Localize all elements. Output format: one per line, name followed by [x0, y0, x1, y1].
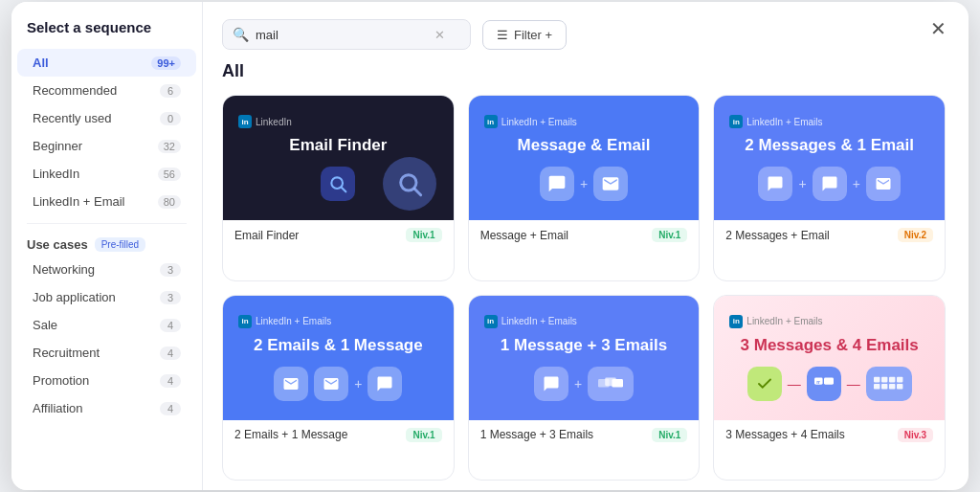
sidebar-item-linkedin-email[interactable]: LinkedIn + Email 80 — [17, 188, 196, 215]
card-title: 3 Messages & 4 Emails — [741, 336, 919, 355]
email-icon-box — [866, 167, 901, 201]
sidebar-item-badge: 99+ — [151, 56, 181, 70]
sidebar-item-badge: 3 — [160, 291, 181, 304]
card-icons-row: + — [534, 367, 634, 401]
sidebar-item-badge: 4 — [160, 347, 181, 360]
plus-sign: + — [574, 376, 582, 391]
card-email-finder[interactable]: in LinkedIn Email Finder — [222, 95, 455, 281]
messages-icon-box: rr — [807, 367, 841, 401]
card-visual: in LinkedIn Email Finder — [223, 96, 454, 220]
message-icon-box — [534, 367, 568, 401]
sidebar-item-label: Recommended — [33, 83, 117, 98]
close-button[interactable]: ✕ — [924, 15, 951, 42]
card-message-email[interactable]: in LinkedIn + Emails Message & Email + — [468, 95, 701, 281]
sidebar-item-label: Beginner — [33, 139, 82, 153]
sidebar-item-label: All — [33, 56, 49, 70]
card-footer: 1 Message + 3 Emails Niv.1 — [469, 420, 700, 450]
email-icon-box-2 — [314, 367, 348, 401]
card-visual: in LinkedIn + Emails 1 Message + 3 Email… — [469, 296, 700, 420]
card-platform-tag: in LinkedIn — [238, 115, 292, 128]
sidebar-item-networking[interactable]: Networking 3 — [17, 256, 196, 283]
card-2messages-1email[interactable]: in LinkedIn + Emails 2 Messages & 1 Emai… — [713, 95, 946, 281]
card-2emails-1message[interactable]: in LinkedIn + Emails 2 Emails & 1 Messag… — [222, 295, 455, 481]
svg-rect-10 — [874, 376, 880, 382]
linkedin-icon: in — [484, 115, 498, 128]
sidebar-item-label: Networking — [33, 262, 95, 277]
card-name: 3 Messages + 4 Emails — [725, 428, 844, 441]
bg-search-circle — [383, 157, 436, 211]
niv-badge: Niv.2 — [898, 228, 933, 242]
filter-label: Filter + — [514, 28, 552, 42]
section-title: All — [222, 61, 949, 81]
card-platform-tag: in LinkedIn + Emails — [484, 315, 577, 328]
sidebar-item-promotion[interactable]: Promotion 4 — [17, 367, 196, 394]
card-platform-tag: in LinkedIn + Emails — [729, 315, 822, 328]
svg-text:rr: rr — [816, 379, 820, 385]
clear-icon[interactable]: ✕ — [434, 28, 445, 42]
sidebar-item-badge: 0 — [160, 112, 181, 125]
use-cases-header: Use cases Pre-filled — [11, 232, 202, 256]
search-input[interactable] — [256, 28, 428, 42]
sidebar-item-label: LinkedIn — [33, 167, 79, 181]
sidebar-item-badge: 56 — [158, 168, 181, 181]
sidebar-item-badge: 32 — [158, 140, 181, 153]
email-icon-box-1 — [274, 367, 308, 401]
card-visual: in LinkedIn + Emails 3 Messages & 4 Emai… — [714, 296, 945, 420]
sidebar-item-recommended[interactable]: Recommended 6 — [17, 77, 196, 104]
sidebar-item-badge: 80 — [158, 195, 181, 209]
sidebar-item-badge: 4 — [160, 402, 181, 415]
svg-rect-13 — [897, 376, 902, 382]
card-platform-tag: in LinkedIn + Emails — [729, 115, 822, 128]
sidebar-item-label: Affiliation — [33, 401, 83, 415]
sidebar-item-label: LinkedIn + Email — [33, 194, 124, 209]
card-title: 2 Emails & 1 Message — [254, 336, 423, 355]
niv-badge: Niv.1 — [406, 228, 441, 242]
sidebar-item-sale[interactable]: Sale 4 — [17, 311, 196, 339]
card-1message-3emails[interactable]: in LinkedIn + Emails 1 Message + 3 Email… — [468, 295, 701, 481]
search-row: 🔍 ✕ ☰ Filter + — [222, 19, 949, 50]
plus-sign: + — [580, 176, 588, 191]
sidebar-item-affiliation[interactable]: Affiliation 4 — [17, 394, 196, 422]
card-title: Email Finder — [289, 136, 387, 155]
sidebar-item-label: Promotion — [33, 373, 89, 388]
sidebar-item-linkedin[interactable]: LinkedIn 56 — [17, 160, 196, 188]
linkedin-icon: in — [729, 315, 743, 328]
card-name: Message + Email — [480, 229, 568, 242]
card-name: 2 Emails + 1 Message — [234, 428, 347, 441]
plus-sign: + — [798, 176, 806, 191]
linkedin-icon: in — [729, 115, 743, 128]
dash-sign: — — [788, 376, 801, 391]
message-icon-box — [540, 167, 574, 201]
sidebar-item-badge: 4 — [160, 319, 181, 332]
filter-button[interactable]: ☰ Filter + — [482, 20, 567, 50]
niv-badge: Niv.1 — [652, 228, 687, 242]
dash-sign-2: — — [847, 376, 860, 391]
card-platform-tag: in LinkedIn + Emails — [484, 115, 577, 128]
message-icon-box — [758, 167, 792, 201]
sidebar-item-badge: 6 — [160, 84, 181, 98]
emails-stacked-box — [588, 367, 634, 401]
svg-rect-14 — [874, 384, 880, 390]
sidebar-item-all[interactable]: All 99+ — [17, 49, 196, 77]
linkedin-icon: in — [238, 115, 252, 128]
card-3messages-4emails[interactable]: in LinkedIn + Emails 3 Messages & 4 Emai… — [713, 295, 946, 481]
plus-sign-2: + — [853, 176, 860, 191]
card-visual: in LinkedIn + Emails Message & Email + — [469, 96, 700, 220]
card-footer: 3 Messages + 4 Emails Niv.3 — [714, 420, 945, 450]
svg-rect-16 — [889, 384, 895, 390]
sidebar-item-label: Recently used — [33, 111, 111, 125]
card-icons-row: + — [540, 167, 628, 201]
search-box-icon — [321, 167, 355, 201]
card-name: 1 Message + 3 Emails — [480, 428, 593, 441]
sidebar-item-recently-used[interactable]: Recently used 0 — [17, 104, 196, 132]
card-icons-row — [321, 167, 355, 201]
card-title: Message & Email — [518, 136, 651, 155]
select-sequence-modal: ✕ Select a sequence All 99+ Recommended … — [11, 2, 969, 490]
linkedin-icon: in — [484, 315, 498, 328]
sidebar-item-beginner[interactable]: Beginner 32 — [17, 132, 196, 160]
sidebar-item-recruitment[interactable]: Recruitment 4 — [17, 339, 196, 367]
svg-rect-9 — [824, 377, 834, 384]
sidebar-item-job-application[interactable]: Job application 3 — [17, 283, 196, 311]
card-visual: in LinkedIn + Emails 2 Messages & 1 Emai… — [714, 96, 945, 220]
card-footer: 2 Messages + Email Niv.2 — [714, 220, 945, 250]
